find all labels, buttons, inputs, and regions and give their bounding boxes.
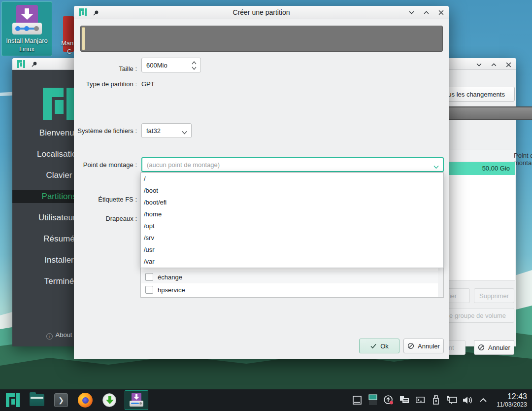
mount-point-combobox[interactable]: (aucun point de montage) xyxy=(141,157,444,172)
desktop-icon-label: Install Manjaro xyxy=(4,36,50,45)
file-manager-button[interactable] xyxy=(28,391,46,409)
clock-date: 11/03/2023 xyxy=(497,401,527,408)
desktop-icon-label: Man xyxy=(61,39,73,47)
installer-icon xyxy=(11,5,43,35)
terminal-button[interactable]: ❯ xyxy=(52,391,70,409)
mount-option[interactable]: /var xyxy=(141,256,443,268)
mount-option[interactable]: /boot xyxy=(141,185,443,197)
size-value: 600Mio xyxy=(146,62,167,69)
mount-option[interactable]: /srv xyxy=(141,232,443,244)
partition-size-cell: 50,00 Gio xyxy=(482,165,510,172)
checkbox[interactable] xyxy=(145,273,153,281)
filesystem-value: fat32 xyxy=(146,127,161,135)
checkbox[interactable] xyxy=(145,286,153,294)
flag-row-hpservice[interactable]: hpservice xyxy=(141,283,438,296)
partition-preview-bar[interactable] xyxy=(80,26,443,52)
cancel-button[interactable]: Annuler xyxy=(403,339,444,353)
app-menu-button[interactable] xyxy=(4,391,22,409)
size-spinbox[interactable]: 600Mio xyxy=(141,58,201,72)
taskbar: ❯ 12:43 1 xyxy=(0,389,532,411)
flag-label: échange xyxy=(158,274,182,281)
updates-icon[interactable] xyxy=(382,393,395,408)
manjaro-logo xyxy=(43,88,75,120)
package-manager-button[interactable] xyxy=(100,391,118,409)
firefox-icon xyxy=(78,393,93,408)
manjaro-menu-icon xyxy=(6,393,20,407)
desktop-icon-label: Linux xyxy=(4,45,50,53)
taskbar-active-installer[interactable] xyxy=(125,390,148,410)
ok-button[interactable]: Ok xyxy=(359,339,399,353)
clock-widget[interactable]: 12:43 11/03/2023 xyxy=(497,392,527,409)
pin-icon[interactable] xyxy=(30,60,38,68)
folder-icon xyxy=(30,394,44,406)
info-icon: i xyxy=(46,333,53,340)
mount-point-dropdown: //boot/boot/efi/home/opt/srv/usr/var xyxy=(140,172,444,268)
flag-row-échange[interactable]: échange xyxy=(141,271,438,283)
mount-option[interactable]: /opt xyxy=(141,220,443,232)
new-partition-segment xyxy=(82,27,85,50)
check-icon xyxy=(370,342,377,349)
delete-button[interactable]: Supprimer xyxy=(474,288,514,303)
mount-option[interactable]: / xyxy=(141,173,443,185)
spinner-arrows-icon[interactable] xyxy=(191,60,198,71)
installer-icon xyxy=(129,393,144,408)
minimize-button[interactable] xyxy=(407,9,415,17)
column-header-mount: Point de montage xyxy=(514,152,532,167)
desktop-icon-install-manjaro[interactable]: Install Manjaro Linux xyxy=(1,1,52,56)
terminal-icon: ❯ xyxy=(54,393,68,407)
create-partition-dialog: Créer une partition Taille : 600Mio Type… xyxy=(74,6,449,359)
tray-expander-icon[interactable] xyxy=(477,393,490,408)
flag-label: hpservice xyxy=(158,286,185,294)
download-icon xyxy=(102,393,116,407)
filesystem-combobox[interactable]: fat32 xyxy=(141,123,192,138)
minimize-button[interactable] xyxy=(475,61,483,69)
dialog-title: Créer une partition xyxy=(74,8,449,16)
partition-type-label: Type de partition : xyxy=(74,80,137,88)
show-desktop-icon[interactable] xyxy=(351,393,364,408)
mount-option[interactable]: /home xyxy=(141,208,443,220)
volume-icon[interactable] xyxy=(461,393,474,408)
chevron-down-icon xyxy=(433,165,439,169)
cancel-icon xyxy=(478,344,485,351)
mount-option[interactable]: /boot/efi xyxy=(141,197,443,208)
maximize-button[interactable] xyxy=(490,61,498,69)
close-button[interactable] xyxy=(437,9,445,17)
close-button[interactable] xyxy=(504,61,512,69)
filesystem-label: Système de fichiers : xyxy=(74,127,137,135)
virtual-desktop-pager-icon[interactable] xyxy=(366,393,379,408)
konsole-tray-icon[interactable] xyxy=(414,393,427,408)
maximize-button[interactable] xyxy=(422,9,430,17)
dialog-titlebar[interactable]: Créer une partition xyxy=(74,6,449,19)
flags-label: Drapeaux : xyxy=(74,215,137,222)
firefox-button[interactable] xyxy=(76,391,94,409)
chevron-down-icon xyxy=(182,131,187,135)
clock-time: 12:43 xyxy=(497,392,527,401)
mount-option[interactable]: /usr xyxy=(141,244,443,256)
usb-device-icon[interactable] xyxy=(430,393,442,408)
cancel-icon xyxy=(407,342,414,349)
mount-point-placeholder: (aucun point de montage) xyxy=(147,161,220,169)
system-tray: 12:43 11/03/2023 xyxy=(351,392,532,409)
desktop-icon-label: C xyxy=(67,47,71,56)
manjaro-window-icon xyxy=(17,60,25,68)
size-label: Taille : xyxy=(74,65,137,72)
fs-label-label: Étiquette FS : xyxy=(74,196,137,203)
partition-type-value: GPT xyxy=(141,80,155,88)
clipboard-icon[interactable] xyxy=(398,393,411,408)
cancel-button-main[interactable]: Annuler xyxy=(474,340,514,355)
mount-point-label: Point de montage : xyxy=(74,161,137,169)
network-icon[interactable] xyxy=(445,393,458,408)
